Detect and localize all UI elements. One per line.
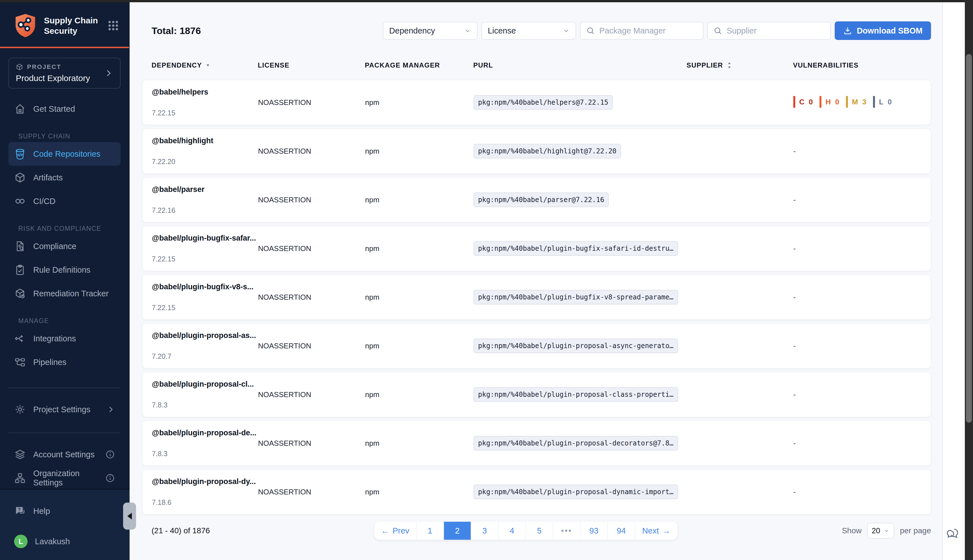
package-manager-value: npm (365, 488, 473, 497)
dependency-name: @babel/plugin-bugfix-safar... (152, 234, 258, 243)
severity-badge-C: C 0 (793, 96, 814, 108)
chevron-right-icon (104, 68, 113, 78)
license-value: NOASSERTION (258, 196, 365, 204)
dependency-version: 7.22.15 (152, 255, 258, 263)
column-header-vulnerabilities: VULNERABILITIES (793, 62, 931, 69)
sidebar-item-label: Help (33, 507, 50, 516)
purl-cell: pkg:npm/%40babel/plugin-proposal-dynamic… (473, 485, 687, 499)
sidebar-item-code-repositories[interactable]: Code Repositories (8, 142, 120, 166)
pagination-page-94[interactable]: 94 (608, 522, 635, 540)
pagination-page-4[interactable]: 4 (498, 522, 526, 540)
pagination-page-1[interactable]: 1 (416, 522, 444, 540)
home-icon (14, 103, 26, 115)
app-title: Supply Chain Security (44, 15, 100, 36)
sidebar-item-compliance[interactable]: Compliance (8, 234, 120, 258)
sidebar-item-label: Code Repositories (33, 150, 100, 159)
dependency-version: 7.22.15 (152, 109, 258, 117)
sidebar-item-project-settings[interactable]: Project Settings (8, 398, 120, 421)
pagination-prev[interactable]: ←Prev (374, 522, 416, 540)
help-chat-icon: ? (14, 505, 26, 517)
purl-chip: pkg:npm/%40babel/parser@7.22.16 (473, 192, 609, 207)
sidebar-item-rule-definitions[interactable]: Rule Definitions (8, 258, 120, 282)
package-manager-input[interactable] (599, 26, 697, 36)
user-menu[interactable]: L Lavakush (8, 530, 121, 553)
total-count: Total: 1876 (152, 25, 201, 36)
avatar: L (14, 535, 28, 548)
pagination-page-5[interactable]: 5 (526, 522, 553, 540)
sidebar-item-cicd[interactable]: CI/CD (8, 189, 120, 213)
table-row[interactable]: @babel/plugin-proposal-cl...7.8.3NOASSER… (142, 372, 931, 417)
project-switcher[interactable]: PROJECT Product Exploratory (8, 58, 120, 88)
search-icon (714, 27, 722, 35)
chevron-down-icon (464, 27, 471, 34)
package-manager-value: npm (365, 244, 473, 253)
column-header-license: LICENSE (258, 62, 365, 69)
package-manager-value: npm (365, 342, 473, 350)
column-header-supplier[interactable]: SUPPLIER (687, 62, 793, 69)
purl-cell: pkg:npm/%40babel/plugin-proposal-class-p… (473, 387, 687, 402)
brand-accent-rule (0, 47, 129, 48)
purl-cell: pkg:npm/%40babel/plugin-bugfix-v8-spread… (473, 290, 687, 305)
info-icon[interactable] (105, 450, 115, 459)
chat-widget-icon[interactable] (946, 527, 961, 542)
sidebar-item-artifacts[interactable]: Artifacts (8, 166, 120, 189)
license-value: NOASSERTION (258, 342, 365, 350)
vulnerabilities-cell: - (793, 439, 931, 448)
supplier-input[interactable] (726, 26, 824, 36)
table-row[interactable]: @babel/parser7.22.16NOASSERTIONnpmpkg:np… (142, 177, 931, 222)
purl-chip: pkg:npm/%40babel/highlight@7.22.20 (473, 144, 621, 158)
download-sbom-label: Download SBOM (857, 26, 923, 35)
chevron-right-icon (107, 405, 115, 414)
search-icon (586, 27, 595, 35)
table-row[interactable]: @babel/plugin-proposal-as...7.20.7NOASSE… (142, 323, 931, 368)
sort-desc-icon (206, 63, 211, 68)
table-row[interactable]: @babel/helpers7.22.15NOASSERTIONnpmpkg:n… (142, 80, 931, 125)
table-row[interactable]: @babel/plugin-bugfix-safar...7.22.15NOAS… (142, 226, 931, 271)
page-size-select[interactable]: 20 (867, 523, 894, 538)
compliance-doc-icon (14, 240, 26, 252)
code-repositories-icon (14, 148, 26, 160)
page-size-value: 20 (872, 527, 880, 535)
sidebar-item-label: Integrations (33, 334, 76, 343)
dependency-cell: @babel/plugin-proposal-as...7.20.7 (152, 331, 258, 360)
dependency-name: @babel/parser (152, 185, 258, 194)
download-sbom-button[interactable]: Download SBOM (835, 22, 931, 40)
svg-text:?: ? (18, 507, 21, 512)
sidebar-item-label: Pipelines (33, 358, 67, 367)
vulnerabilities-cell: - (793, 244, 931, 253)
app-grid-icon[interactable] (107, 19, 119, 32)
license-filter-label: License (488, 26, 516, 35)
table-row[interactable]: @babel/plugin-proposal-de...7.8.3NOASSER… (142, 421, 931, 466)
dependency-filter-label: Dependency (389, 26, 435, 35)
sidebar-item-remediation-tracker[interactable]: Remediation Tracker (8, 282, 120, 305)
project-box-icon (16, 63, 23, 71)
sidebar-item-organization-settings[interactable]: Organization Settings (8, 466, 120, 490)
sidebar-item-help[interactable]: ? Help (8, 499, 121, 523)
sidebar-collapse-handle[interactable] (123, 503, 136, 530)
license-filter-select[interactable]: License (481, 22, 576, 40)
dependency-cell: @babel/plugin-proposal-dy...7.18.6 (152, 477, 258, 507)
dependency-cell: @babel/plugin-proposal-de...7.8.3 (152, 428, 258, 458)
pagination-next[interactable]: Next→ (635, 522, 677, 540)
purl-chip: pkg:npm/%40babel/helpers@7.22.15 (473, 95, 613, 110)
scrollbar-thumb[interactable] (966, 54, 972, 423)
vulnerabilities-cell: - (793, 293, 931, 302)
dependency-version: 7.22.20 (152, 158, 258, 166)
column-header-dependency[interactable]: DEPENDENCY (152, 62, 258, 69)
table-row[interactable]: @babel/plugin-bugfix-v8-s...7.22.15NOASS… (142, 275, 931, 320)
table-row[interactable]: @babel/plugin-proposal-dy...7.18.6NOASSE… (142, 469, 931, 514)
table-row[interactable]: @babel/highlight7.22.20NOASSERTIONnpmpkg… (142, 128, 931, 173)
sidebar-item-get-started[interactable]: Get Started (8, 97, 120, 121)
pagination-page-93[interactable]: 93 (580, 522, 608, 540)
sidebar-item-account-settings[interactable]: Account Settings (8, 443, 120, 466)
sidebar-item-integrations[interactable]: Integrations (8, 327, 120, 350)
info-icon[interactable] (105, 473, 115, 483)
vulnerabilities-cell: - (793, 390, 931, 399)
pagination-page-3[interactable]: 3 (471, 522, 498, 540)
dependency-name: @babel/highlight (152, 137, 258, 145)
dependency-filter-select[interactable]: Dependency (383, 22, 478, 40)
sidebar-item-pipelines[interactable]: Pipelines (8, 350, 120, 374)
collapse-arrow-icon (127, 513, 132, 520)
pagination-page-2[interactable]: 2 (444, 522, 471, 540)
dependency-name: @babel/helpers (152, 88, 258, 97)
